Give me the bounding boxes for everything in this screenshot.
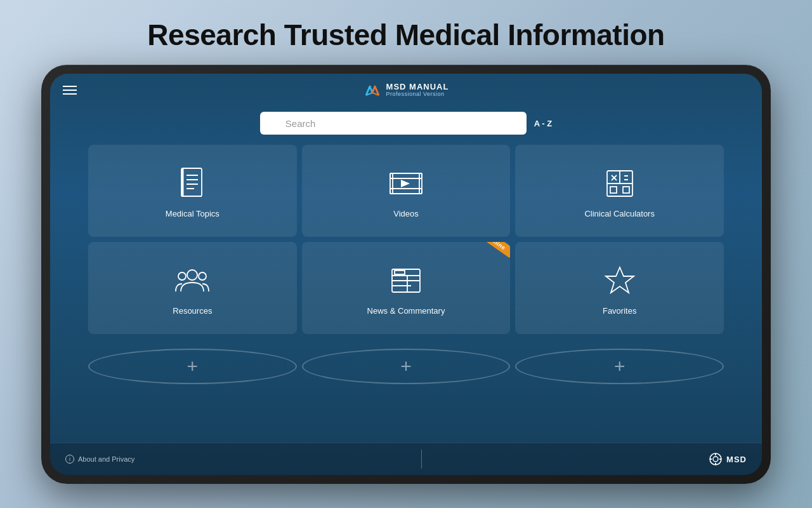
- svg-rect-11: [390, 189, 422, 194]
- menu-button[interactable]: [63, 86, 77, 95]
- card-resources-label: Resources: [173, 306, 212, 316]
- card-medical-topics-label: Medical Topics: [166, 209, 219, 218]
- svg-rect-10: [390, 173, 422, 178]
- search-icon: [269, 117, 279, 130]
- svg-point-34: [713, 457, 718, 462]
- people-icon: [174, 263, 210, 298]
- card-news-label: News & Commentary: [367, 306, 445, 316]
- info-icon: i: [65, 455, 74, 464]
- tablet-device: MSD MANUAL Professional Version Search A…: [41, 65, 771, 484]
- card-medical-topics[interactable]: Medical Topics: [88, 145, 297, 237]
- card-favorites-label: Favorites: [603, 306, 636, 316]
- msd-logo-bottom-icon: [709, 452, 723, 466]
- add-slot-3-button[interactable]: +: [515, 349, 724, 384]
- top-bar: MSD MANUAL Professional Version: [50, 74, 762, 107]
- svg-rect-18: [610, 187, 617, 193]
- svg-point-25: [178, 272, 186, 280]
- logo-brand: MSD MANUAL: [386, 83, 449, 91]
- star-icon: [602, 263, 638, 298]
- msd-footer-logo: MSD: [709, 452, 747, 466]
- search-bar[interactable]: Search: [260, 112, 527, 135]
- add-slot-1-container: +: [88, 339, 297, 393]
- card-news-commentary[interactable]: Online News & Commentary: [302, 242, 511, 334]
- video-icon: [388, 166, 424, 201]
- svg-point-24: [187, 270, 197, 280]
- grid-row-3: + + +: [88, 339, 724, 393]
- about-privacy-link[interactable]: i About and Privacy: [65, 455, 134, 464]
- search-area: Search A - Z: [50, 107, 762, 145]
- main-grid: Medical Topics Videos: [50, 145, 762, 443]
- add-slot-3-container: +: [515, 339, 724, 393]
- svg-point-26: [199, 272, 206, 280]
- msd-brand-label: MSD: [726, 455, 747, 464]
- msd-logo-icon: [363, 81, 381, 99]
- about-privacy-label: About and Privacy: [78, 455, 134, 463]
- svg-marker-33: [606, 267, 634, 293]
- bottom-bar: i About and Privacy MSD: [50, 443, 762, 475]
- tablet-screen: MSD MANUAL Professional Version Search A…: [50, 74, 762, 475]
- az-index-button[interactable]: A - Z: [534, 119, 552, 128]
- logo-text: MSD MANUAL Professional Version: [386, 83, 449, 98]
- online-badge: Online: [479, 242, 511, 258]
- calculator-icon: [602, 166, 638, 201]
- svg-rect-2: [181, 168, 202, 196]
- card-resources[interactable]: Resources: [88, 242, 297, 334]
- add-slot-1-button[interactable]: +: [88, 349, 297, 384]
- svg-marker-12: [401, 180, 410, 187]
- book-icon: [174, 166, 210, 201]
- card-favorites[interactable]: Favorites: [515, 242, 724, 334]
- search-placeholder: Search: [285, 118, 316, 129]
- grid-row-1: Medical Topics Videos: [88, 145, 724, 237]
- logo-version: Professional Version: [386, 91, 449, 98]
- svg-line-1: [276, 124, 278, 126]
- add-slot-2-container: +: [302, 339, 511, 393]
- footer-divider: [421, 450, 422, 469]
- card-videos-label: Videos: [393, 209, 419, 218]
- card-calculators-label: Clinical Calculators: [584, 209, 655, 218]
- newspaper-icon: [388, 263, 424, 298]
- svg-point-0: [270, 118, 277, 124]
- add-slot-2-button[interactable]: +: [302, 349, 511, 384]
- card-clinical-calculators[interactable]: Clinical Calculators: [515, 145, 724, 237]
- app-logo: MSD MANUAL Professional Version: [363, 81, 449, 99]
- svg-rect-32: [395, 271, 405, 274]
- page-title: Research Trusted Medical Information: [147, 18, 664, 52]
- svg-rect-19: [623, 187, 629, 193]
- card-videos[interactable]: Videos: [302, 145, 511, 237]
- grid-row-2: Resources Online News &: [88, 242, 724, 334]
